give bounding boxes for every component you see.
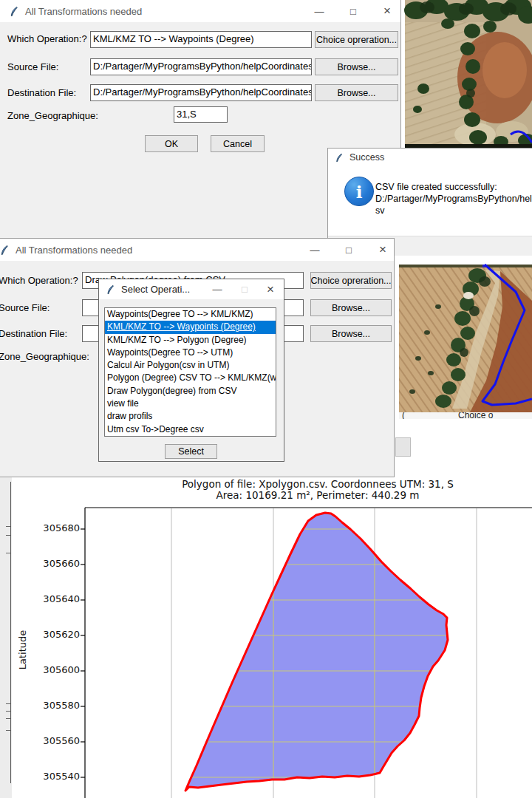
cancel-button[interactable]: Cancel (211, 135, 265, 152)
figure-window-aerial-top (401, 0, 532, 153)
operation-entry[interactable]: KML/KMZ TO --> Waypoints (Degree) (90, 31, 312, 48)
background-button-fragment (395, 437, 411, 457)
select-button[interactable]: Select (165, 444, 217, 459)
select-dialog-title: Select Operati... (121, 284, 190, 295)
zone-entry[interactable]: 31,S (174, 106, 228, 123)
operation-list-item[interactable]: view file (105, 398, 276, 410)
middle-window-title: All Transformations needed (16, 245, 132, 256)
zone-label: Zone_Geographique: (7, 110, 98, 121)
info-icon: i (344, 177, 374, 206)
destination-file-label: Destination File: (7, 87, 76, 98)
operation-list-item[interactable]: Waypoints(Degree TO --> KML/KMZ) (105, 308, 276, 321)
feather-icon (334, 153, 344, 163)
source-file-label: Source File: (7, 61, 58, 72)
operation-list-item[interactable]: Polygon (Degree) CSV TO --> KML/KMZ(w (105, 372, 276, 384)
success-message-line3: sv (375, 205, 385, 216)
select-operation-dialog: Select Operati... — □ × Waypoints(Degree… (98, 279, 284, 462)
choice-operation-button[interactable]: Choice opreration... (315, 31, 398, 48)
sliver-text-right: Choice o (458, 412, 493, 419)
top-window-titlebar[interactable]: All Transformations needed — □ × (0, 0, 400, 22)
operation-list-item[interactable]: draw profils (105, 410, 276, 423)
aerial-photo-middle (398, 262, 532, 412)
close-icon[interactable]: × (370, 239, 395, 261)
maximize-icon[interactable]: □ (341, 0, 366, 22)
ok-button[interactable]: OK (145, 135, 198, 152)
middle-window-titlebar[interactable]: All Transformations needed — □ × (0, 239, 394, 261)
success-title: Success (349, 152, 384, 163)
background-tick (6, 711, 10, 712)
operation-list-item[interactable]: KML/KMZ TO --> Waypoints (Degree) (105, 321, 276, 333)
feather-icon (8, 6, 19, 17)
destination-browse-button[interactable]: Browse... (315, 84, 398, 101)
background-axis-line (10, 482, 11, 783)
maximize-icon: □ (232, 279, 257, 299)
source-browse-button[interactable]: Browse... (310, 299, 392, 316)
source-browse-button[interactable]: Browse... (315, 58, 398, 75)
operation-label: Which Operation:? (0, 275, 78, 286)
zone-label: Zone_Geographique: (0, 351, 89, 362)
success-titlebar[interactable]: Success (328, 149, 532, 166)
minimize-icon[interactable]: — (302, 239, 327, 261)
success-message-line1: CSV file created successfully: (375, 182, 497, 192)
figure-window-aerial-middle (398, 262, 532, 412)
background-tick (6, 703, 10, 704)
background-tick (6, 526, 10, 527)
background-tick (6, 553, 10, 553)
destination-file-entry[interactable]: D:/Partager/MyProgramsByPython/helpCoord… (90, 84, 312, 101)
operation-list-item[interactable]: KML/KMZ TO --> Polygon (Degree) (105, 334, 276, 347)
background-tick (6, 730, 10, 731)
background-window-sliver: ( Choice o (399, 412, 532, 419)
sliver-text-left: ( (402, 412, 405, 419)
aerial-photo-top (401, 0, 532, 153)
destination-browse-button[interactable]: Browse... (310, 325, 392, 342)
info-icon-glyph: i (356, 182, 363, 202)
operation-label: Which Operation:? (7, 33, 87, 44)
destination-file-label: Destination File: (0, 328, 67, 339)
minimize-icon[interactable]: — (307, 0, 332, 22)
select-dialog-titlebar[interactable]: Select Operati... — □ × (99, 279, 284, 299)
maximize-icon[interactable]: □ (336, 239, 361, 261)
operation-listbox[interactable]: Waypoints(Degree TO --> KML/KMZ)KML/KMZ … (104, 307, 276, 437)
operation-list-item[interactable]: Utm csv To->Degree csv (105, 423, 276, 436)
source-file-entry[interactable]: D:/Partager/MyProgramsByPython/helpCoord… (90, 58, 312, 75)
source-file-label: Source File: (0, 302, 50, 313)
background-tick (6, 535, 10, 536)
minimize-icon[interactable]: — (205, 279, 230, 299)
close-icon[interactable]: × (375, 0, 400, 22)
figure-window-plot (12, 478, 532, 798)
operation-list-item[interactable]: Waypoints(Degree TO --> UTM) (105, 347, 276, 359)
feather-icon (0, 245, 10, 256)
operation-list-item[interactable]: Draw Polygon(degree) from CSV (105, 385, 276, 398)
close-icon[interactable]: × (258, 279, 283, 299)
success-message-line2: D:/Partager/MyProgramsByPython/helpCo (375, 194, 532, 204)
choice-operation-button[interactable]: Choice opreration... (310, 272, 392, 289)
background-tick (6, 718, 10, 719)
background-plot-strip (0, 473, 12, 798)
top-window-title: All Transformations needed (25, 6, 142, 17)
feather-icon (105, 284, 115, 295)
operation-list-item[interactable]: Calcul Air Polygon(csv in UTM) (105, 359, 276, 372)
